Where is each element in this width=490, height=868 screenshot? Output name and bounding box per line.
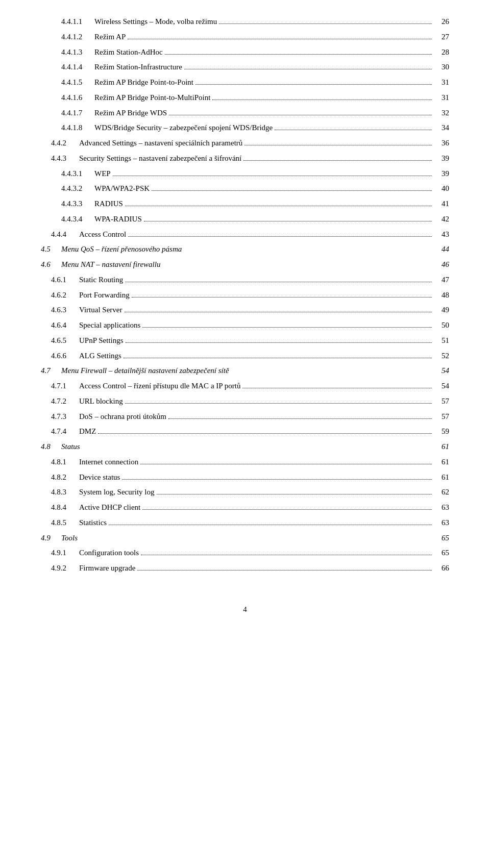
toc-title: Režim Station-AdHoc <box>94 46 163 59</box>
toc-number: 4.9.1 <box>51 547 79 559</box>
toc-number: 4.4.1.7 <box>61 107 94 119</box>
toc-title: Menu QoS – řízení přenosového pásma <box>61 243 182 256</box>
toc-dots <box>125 282 432 282</box>
toc-title: System log, Security log <box>79 486 155 499</box>
toc-row: 4.4.3.2WPA/WPA2-PSK40 <box>41 182 449 195</box>
toc-number: 4.4.1.3 <box>61 46 94 59</box>
toc-dots <box>122 479 432 480</box>
toc-dots <box>98 433 432 434</box>
toc-title: Režim Station-Infrastructure <box>94 61 182 73</box>
toc-page: 39 <box>434 167 449 180</box>
toc-title: Režim AP Bridge Point-to-MultiPoint <box>94 91 210 104</box>
toc-page: 30 <box>434 61 449 73</box>
toc-page: 63 <box>434 516 449 529</box>
toc-dots <box>109 525 432 525</box>
toc-page: 27 <box>434 31 449 43</box>
toc-title: Access Control – řízení přístupu dle MAC… <box>79 380 240 392</box>
toc-number: 4.6.3 <box>51 304 79 316</box>
toc-number: 4.4.1.6 <box>61 91 94 104</box>
toc-page: 61 <box>434 440 449 453</box>
toc-dots <box>126 342 432 343</box>
toc-number: 4.8.5 <box>51 516 79 529</box>
toc-page: 65 <box>434 547 449 559</box>
toc-row: 4.8Status61 <box>41 440 449 453</box>
toc-row: 4.4.1.3Režim Station-AdHoc28 <box>41 46 449 59</box>
toc-row: 4.8.3System log, Security log62 <box>41 486 449 499</box>
toc-page: 46 <box>434 258 449 271</box>
toc-title: Active DHCP client <box>79 501 140 514</box>
toc-number: 4.7.3 <box>51 410 79 423</box>
toc-title: Menu Firewall – detailnější nastavení za… <box>61 364 229 377</box>
toc-number: 4.4.3.2 <box>61 182 94 195</box>
toc-number: 4.4.1.4 <box>61 61 94 73</box>
toc-dots <box>137 570 432 571</box>
toc-dots <box>275 130 432 130</box>
toc-number: 4.9 <box>41 532 61 544</box>
toc-page: 31 <box>434 91 449 104</box>
toc-row: 4.4.1.7Režim AP Bridge WDS32 <box>41 107 449 119</box>
toc-row: 4.9.1Configuration tools65 <box>41 547 449 559</box>
toc-page: 39 <box>434 152 449 165</box>
toc-row: 4.4.1.5Režim AP Bridge Point-to-Point31 <box>41 76 449 89</box>
toc-number: 4.6.2 <box>51 289 79 302</box>
toc-number: 4.8.4 <box>51 501 79 514</box>
toc-number: 4.6.5 <box>51 334 79 347</box>
toc-page: 43 <box>434 228 449 241</box>
toc-dots <box>125 312 432 312</box>
toc-title: Security Settings – nastavení zabezpečen… <box>79 152 241 165</box>
toc-title: Static Routing <box>79 274 123 286</box>
toc-dots <box>125 403 432 404</box>
toc-number: 4.9.2 <box>51 562 79 575</box>
toc-dots <box>244 145 432 145</box>
toc-dots <box>243 160 432 161</box>
toc-page: 61 <box>434 471 449 484</box>
toc-page: 44 <box>434 243 449 256</box>
toc-number: 4.6.1 <box>51 274 79 286</box>
toc-page: 36 <box>434 137 449 150</box>
toc-row: 4.4.3.4WPA-RADIUS42 <box>41 213 449 226</box>
toc-page: 50 <box>434 319 449 332</box>
toc-page: 57 <box>434 395 449 408</box>
toc-title: WDS/Bridge Security – zabezpečení spojen… <box>94 121 273 134</box>
toc-number: 4.6.6 <box>51 350 79 362</box>
toc-row: 4.7Menu Firewall – detailnější nastavení… <box>41 364 449 377</box>
toc-number: 4.4.3.4 <box>61 213 94 226</box>
toc-row: 4.6.3Virtual Server49 <box>41 304 449 316</box>
toc-number: 4.7.2 <box>51 395 79 408</box>
toc-dots <box>212 100 432 100</box>
toc-dots <box>165 54 432 55</box>
toc-title: Port Forwarding <box>79 289 130 302</box>
toc-title: DMZ <box>79 425 96 438</box>
toc-number: 4.4.1.2 <box>61 31 94 43</box>
toc-page: 62 <box>434 486 449 499</box>
toc-dots <box>219 23 432 24</box>
toc-dots <box>184 69 432 69</box>
toc-title: Advanced Settings – nastavení speciálníc… <box>79 137 242 150</box>
toc-title: Režim AP Bridge WDS <box>94 107 167 119</box>
toc-number: 4.4.1.8 <box>61 121 94 134</box>
toc-title: Virtual Server <box>79 304 122 316</box>
toc-row: 4.6.1Static Routing47 <box>41 274 449 286</box>
toc-page: 54 <box>434 364 449 377</box>
toc-title: UPnP Settings <box>79 334 124 347</box>
toc-title: Firmware upgrade <box>79 562 135 575</box>
toc-row: 4.9.2Firmware upgrade66 <box>41 562 449 575</box>
toc-dots <box>141 555 432 555</box>
toc-number: 4.7.4 <box>51 425 79 438</box>
toc-number: 4.7.1 <box>51 380 79 392</box>
toc-title: Režim AP Bridge Point-to-Point <box>94 76 193 89</box>
toc-dots <box>125 206 432 206</box>
toc-number: 4.4.3.3 <box>61 197 94 210</box>
toc-row: 4.6.4Special applications50 <box>41 319 449 332</box>
toc-page: 40 <box>434 182 449 195</box>
toc-title: URL blocking <box>79 395 123 408</box>
toc-page: 26 <box>434 15 449 28</box>
toc-title: Device status <box>79 471 120 484</box>
toc-title: WPA-RADIUS <box>94 213 142 226</box>
toc-number: 4.7 <box>41 364 61 377</box>
toc-title: Access Control <box>79 228 126 241</box>
toc-row: 4.4.3Security Settings – nastavení zabez… <box>41 152 449 165</box>
toc-row: 4.6.2Port Forwarding48 <box>41 289 449 302</box>
toc-row: 4.4.2Advanced Settings – nastavení speci… <box>41 137 449 150</box>
toc-number: 4.8.1 <box>51 456 79 468</box>
